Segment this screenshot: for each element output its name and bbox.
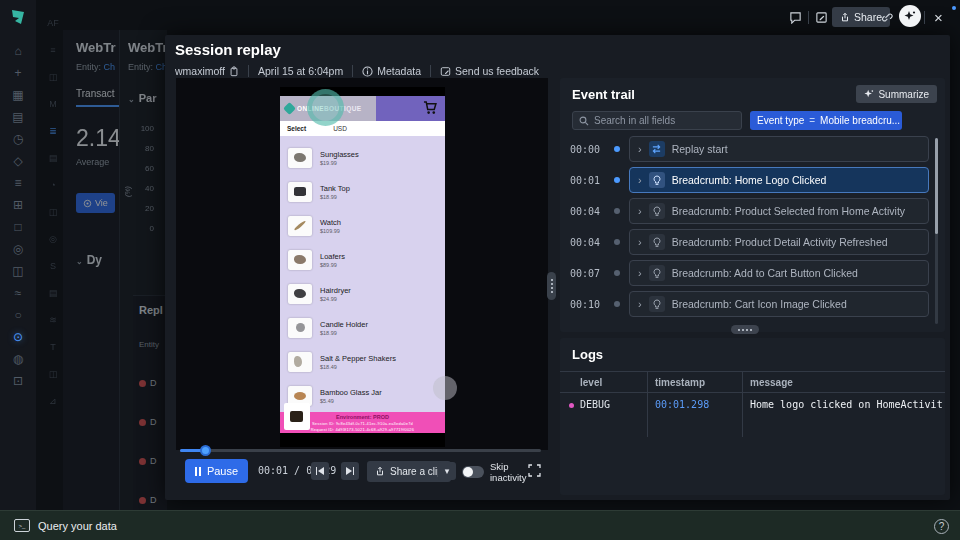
event-marker-dot <box>614 239 620 245</box>
pause-button[interactable]: Pause <box>185 459 248 483</box>
bg-view-button[interactable]: Vie <box>76 193 115 213</box>
bg-collapsed-section[interactable]: ⌄Dy <box>76 253 121 267</box>
event-row-card[interactable]: › Breadcrumb: Product Detail Activity Re… <box>629 229 929 255</box>
sidebar-item[interactable]: ⊡ <box>0 370 36 392</box>
chevron-right-icon[interactable]: › <box>638 236 642 248</box>
copy-icon[interactable] <box>229 66 239 77</box>
share-clip-dropdown[interactable]: ▾ <box>438 462 456 480</box>
sidebar-item[interactable]: ≡ <box>0 172 36 194</box>
secondary-rail-item: ≣ <box>49 126 57 136</box>
session-user[interactable]: wmaximoff <box>175 65 239 77</box>
log-timestamp-link[interactable]: 00:01.298 <box>655 399 709 410</box>
edit-note-icon[interactable] <box>812 8 831 27</box>
session-id-line: Session ID: 9c8e43df-0c71-41ec-910a-ea3e… <box>312 421 413 426</box>
secondary-rail-item: ▤ <box>49 288 58 298</box>
datadog-logo[interactable] <box>8 7 28 27</box>
event-type-filter-pill[interactable]: Event type = Mobile breadcru... <box>750 111 902 130</box>
logs-col-timestamp[interactable]: timestamp <box>655 377 705 388</box>
sidebar-item[interactable]: ≈ <box>0 282 36 304</box>
sidebar-item-icon: ◫ <box>12 264 23 278</box>
event-time: 00:10 <box>570 299 606 310</box>
bg-tab[interactable]: Transact <box>76 88 121 99</box>
logs-col-level[interactable]: level <box>580 377 602 388</box>
secondary-rail-item: ◔ <box>50 180 55 190</box>
sidebar-item[interactable]: ▤ <box>0 106 36 128</box>
event-row-card[interactable]: › Replay start <box>629 136 929 162</box>
bg-metric-label: Average <box>76 157 121 167</box>
secondary-rail-item: ◫ <box>49 207 58 217</box>
sidebar-item[interactable]: ⊞ <box>0 194 36 216</box>
sidebar-item[interactable]: + <box>0 62 36 84</box>
sidebar-item[interactable]: ◫ <box>0 260 36 282</box>
fullscreen-button[interactable] <box>528 464 542 478</box>
chevron-right-icon[interactable]: › <box>638 174 642 186</box>
skip-forward-icon <box>346 467 355 475</box>
link-icon[interactable] <box>878 8 897 27</box>
event-trail-panel: Event trail Summarize Search in all fiel… <box>560 78 945 332</box>
sidebar-item[interactable]: ◇ <box>0 150 36 172</box>
close-icon[interactable]: × <box>929 8 948 27</box>
chevron-right-icon[interactable]: › <box>638 298 642 310</box>
next-event-button[interactable] <box>341 462 359 480</box>
timeline-scrubber[interactable] <box>200 445 211 456</box>
sidebar-item[interactable]: ◷ <box>0 128 36 150</box>
secondary-rail-item: AF <box>47 18 59 28</box>
currency-select-label: Select <box>287 125 306 132</box>
chevron-right-icon[interactable]: › <box>638 205 642 217</box>
sidebar-item[interactable]: ◎ <box>0 238 36 260</box>
sidebar-item[interactable]: ⊙ <box>0 326 36 348</box>
sidebar-item[interactable]: ▦ <box>0 84 36 106</box>
sidebar-item[interactable]: □ <box>0 216 36 238</box>
sidebar-item[interactable]: ○ <box>0 304 36 326</box>
product-name: Hairdryer <box>320 286 351 295</box>
playback-timeline[interactable] <box>180 449 541 452</box>
secondary-rail-item: ◎ <box>49 234 57 244</box>
logs-col-message[interactable]: message <box>750 377 793 388</box>
previous-event-button[interactable] <box>311 462 329 480</box>
log-status-dot <box>569 403 574 408</box>
chevron-right-icon[interactable]: › <box>638 143 642 155</box>
sidebar-item[interactable]: ⌂ <box>0 40 36 62</box>
product-list-item: Hairdryer $24.99 <box>280 277 445 311</box>
event-row-card[interactable]: › Breadcrumb: Product Selected from Home… <box>629 198 929 224</box>
event-row-card[interactable]: › Breadcrumb: Cart Icon Image Clicked <box>629 291 929 317</box>
bg-replays-card: Repl Entity D D D D <box>133 295 167 510</box>
metadata-button[interactable]: Metadata <box>362 65 421 77</box>
product-sidebar: ⌂ + ▦ ▤ ◷ ◇ ≡ ⊞ □ ◎ ◫ ≈ ○ ⊙ ◍ ⊡ <box>0 0 36 510</box>
environment-label: Environment: PROD <box>336 414 389 420</box>
log-row[interactable]: DEBUG 00:01.298 Home logo clicked on Hom… <box>560 394 945 416</box>
product-name: Watch <box>320 218 341 227</box>
divider <box>352 65 353 77</box>
event-list: 00:00 › Replay start 00:01 › Breadcrumb:… <box>564 136 929 317</box>
sidebar-item-icon: □ <box>14 220 21 234</box>
event-row-card[interactable]: › Breadcrumb: Add to Cart Button Clicked <box>629 260 929 286</box>
event-row-card[interactable]: › Breadcrumb: Home Logo Clicked <box>629 167 929 193</box>
skip-back-icon <box>316 467 325 475</box>
app-screen: AF ≡ ◫ M ≣ ▤ ◔ ◫ ◎ S ▤ ≋ T ◫ ⊿ WebTr Ent… <box>0 0 960 540</box>
bg-widget-card: WebTr Entity: Ch Transact 2.14 Average V… <box>63 30 121 510</box>
session-meta-row: wmaximoff April 15 at 6:04pm Metadata Se… <box>175 63 539 79</box>
event-marker-dot <box>614 301 620 307</box>
panel-resize-handle-vertical[interactable] <box>547 272 556 300</box>
bg-collapsed-section[interactable]: ⌄Par <box>128 92 167 104</box>
comment-icon[interactable] <box>786 8 805 27</box>
scrollbar-thumb[interactable] <box>935 138 938 234</box>
share-icon <box>840 12 850 23</box>
skip-inactivity-toggle[interactable] <box>462 466 484 478</box>
logs-table-header: level timestamp message <box>560 371 945 393</box>
eye-icon <box>83 199 92 208</box>
summarize-button[interactable]: Summarize <box>856 85 937 103</box>
chevron-right-icon[interactable]: › <box>638 267 642 279</box>
ai-assistant-button[interactable] <box>899 5 921 27</box>
help-button[interactable]: ? <box>934 519 949 534</box>
panel-resize-handle-horizontal[interactable] <box>731 325 759 334</box>
sidebar-item-icon: ◎ <box>13 242 23 256</box>
feedback-button[interactable]: Send us feedback <box>440 65 539 77</box>
bg-card-title: WebTr <box>76 40 121 55</box>
product-list-item: Candle Holder $18.99 <box>280 311 445 345</box>
query-your-data-label[interactable]: Query your data <box>38 520 117 532</box>
search-input[interactable]: Search in all fields <box>572 111 742 130</box>
sidebar-item-icon: ⊡ <box>13 374 23 388</box>
error-dot <box>139 380 146 387</box>
sidebar-item[interactable]: ◍ <box>0 348 36 370</box>
